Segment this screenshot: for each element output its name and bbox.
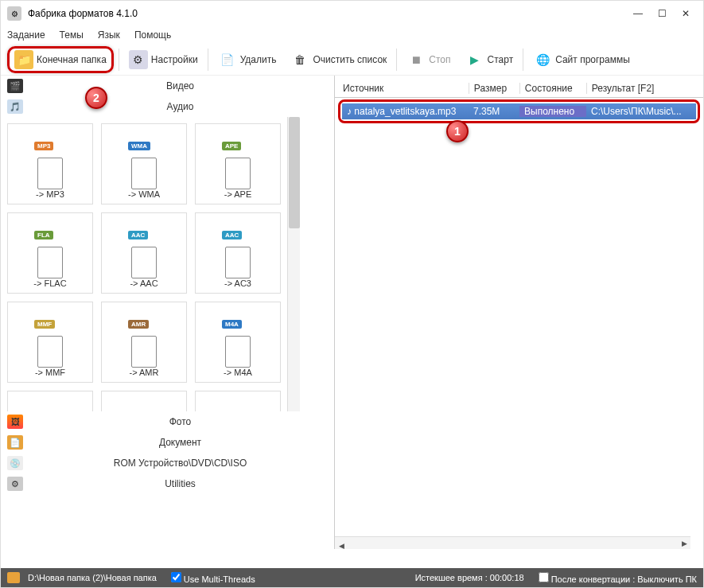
multithread-toggle[interactable]: Use Multi-Threads: [165, 572, 255, 584]
menu-task[interactable]: Задание: [7, 29, 45, 41]
clear-list-button[interactable]: 🗑 Очистить список: [286, 47, 391, 72]
maximize-button[interactable]: ☐: [651, 6, 673, 21]
format-cell-aac[interactable]: AAC-> AAC: [101, 212, 187, 294]
format-cell-mp3[interactable]: MP3-> MP3: [7, 123, 93, 204]
format-file-icon: AMR: [125, 320, 163, 368]
scrollbar-thumb[interactable]: [289, 117, 300, 228]
format-cell-aac[interactable]: AAC-> AC3: [195, 212, 281, 294]
main-area: 🎬 Видео 🎵 Аудио MP3-> MP3WMA-> WMAAPE-> …: [1, 76, 703, 549]
format-cell-wma[interactable]: WMA-> WMA: [101, 123, 187, 204]
separator: [396, 49, 397, 71]
window-title: Фабрика форматов 4.1.0: [28, 8, 138, 19]
audio-icon: 🎵: [7, 99, 23, 114]
format-label: -> APE: [224, 189, 252, 199]
format-label: -> AC3: [224, 278, 251, 288]
menu-help[interactable]: Помощь: [134, 29, 171, 41]
category-utilities-label: Utilities: [33, 478, 328, 489]
table-row-highlight: ♪ natalya_vetlitskaya.mp3 7.35M Выполнен…: [338, 99, 700, 123]
col-state[interactable]: Состояние: [520, 83, 587, 94]
toolbar: 📁 Конечная папка ⚙ Настройки 📄 Удалить 🗑…: [1, 44, 703, 76]
settings-button[interactable]: ⚙ Настройки: [124, 47, 203, 72]
minimize-button[interactable]: —: [627, 6, 649, 21]
play-icon: ▶: [465, 50, 484, 69]
annotation-badge-1: 1: [446, 120, 469, 142]
website-button[interactable]: 🌐 Сайт программы: [528, 47, 635, 72]
col-source[interactable]: Источник: [338, 83, 469, 94]
globe-icon: 🌐: [533, 50, 552, 69]
format-file-icon: AAC: [125, 231, 163, 278]
folder-icon[interactable]: [7, 572, 20, 583]
cell-source: ♪ natalya_vetlitskaya.mp3: [342, 106, 469, 117]
format-cell-m4r[interactable]: M4R: [7, 391, 93, 411]
format-cell-fla[interactable]: FLA-> FLAC: [7, 212, 93, 294]
table-body: 1 ◀ ▶: [335, 125, 703, 549]
scroll-right-arrow[interactable]: ▶: [678, 537, 690, 550]
category-utilities[interactable]: ⚙ Utilities: [1, 473, 334, 494]
website-label: Сайт программы: [555, 54, 630, 65]
format-cell-wav[interactable]: WAV: [195, 391, 281, 411]
table-row[interactable]: ♪ natalya_vetlitskaya.mp3 7.35M Выполнен…: [342, 103, 696, 119]
format-grid: MP3-> MP3WMA-> WMAAPE-> APEFLA-> FLACAAC…: [1, 117, 287, 411]
separator: [119, 49, 119, 71]
menu-lang[interactable]: Язык: [98, 29, 120, 41]
category-document[interactable]: 📄 Документ: [1, 432, 334, 453]
format-label: -> M4A: [224, 368, 252, 377]
format-label: -> MMF: [35, 368, 65, 377]
folder-icon: 📁: [14, 50, 33, 69]
status-path[interactable]: D:\Новая папка (2)\Новая папка: [28, 573, 157, 582]
menu-bar: Задание Темы Язык Помощь: [1, 26, 703, 44]
category-video[interactable]: 🎬 Видео: [1, 76, 334, 96]
format-file-icon: M4A: [219, 320, 257, 368]
delete-button[interactable]: 📄 Удалить: [213, 47, 282, 72]
format-file-icon: AAC: [219, 231, 257, 278]
format-file-icon: MMF: [31, 320, 69, 368]
separator: [208, 49, 208, 71]
format-cell-amr[interactable]: AMR-> AMR: [101, 302, 187, 383]
format-cell-m4a[interactable]: M4A-> M4A: [195, 302, 281, 383]
format-cell-mmf[interactable]: MMF-> MMF: [7, 302, 93, 383]
after-convert-checkbox[interactable]: [539, 572, 549, 582]
table-header: Источник Размер Состояние Результат [F2]: [335, 79, 703, 98]
format-file-icon: WMA: [125, 142, 163, 189]
clear-label: Очистить список: [313, 54, 387, 65]
app-icon: ⚙: [7, 6, 21, 21]
category-audio[interactable]: 🎵 Аудио: [1, 96, 334, 117]
category-rom[interactable]: 💿 ROM Устройство\DVD\CD\ISO: [1, 453, 334, 473]
delete-icon: 📄: [218, 50, 237, 69]
cell-state: Выполнено: [519, 106, 586, 117]
start-button[interactable]: ▶ Старт: [461, 47, 519, 72]
stop-label: Стоп: [429, 54, 450, 65]
document-icon: 📄: [7, 435, 23, 450]
category-audio-label: Аудио: [33, 101, 328, 112]
format-cell-ogg[interactable]: OGG: [101, 391, 187, 411]
status-bar: D:\Новая папка (2)\Новая папка Use Multi…: [1, 568, 703, 587]
format-label: -> FLAC: [33, 278, 66, 288]
format-cell-ape[interactable]: APE-> APE: [195, 123, 281, 204]
scroll-left-arrow[interactable]: ◀: [335, 539, 348, 552]
col-result[interactable]: Результат [F2]: [587, 83, 700, 94]
close-button[interactable]: ✕: [675, 6, 697, 21]
title-bar: ⚙ Фабрика форматов 4.1.0 — ☐ ✕: [1, 1, 703, 26]
output-folder-label: Конечная папка: [37, 54, 107, 65]
format-label: -> WMA: [128, 189, 160, 199]
start-label: Старт: [488, 54, 514, 65]
horizontal-scrollbar[interactable]: ◀ ▶: [335, 536, 690, 549]
category-photo[interactable]: 🖼 Фото: [1, 411, 334, 432]
utilities-icon: ⚙: [7, 477, 23, 491]
after-convert-toggle[interactable]: После конвертации : Выключить ПК: [532, 572, 697, 584]
col-size[interactable]: Размер: [469, 83, 520, 94]
stop-button[interactable]: ⏹ Стоп: [402, 47, 455, 72]
format-label: -> AMR: [130, 368, 159, 377]
cell-result: C:\Users\ПК\Music\...: [586, 106, 696, 117]
format-scrollbar[interactable]: [287, 117, 300, 411]
output-folder-button[interactable]: 📁 Конечная папка: [7, 46, 114, 73]
category-photo-label: Фото: [33, 416, 328, 427]
multithread-checkbox[interactable]: [171, 572, 181, 582]
photo-icon: 🖼: [7, 415, 23, 429]
format-file-icon: FLA: [31, 231, 69, 278]
menu-themes[interactable]: Темы: [60, 29, 84, 41]
category-document-label: Документ: [33, 437, 328, 448]
clear-icon: 🗑: [290, 50, 309, 69]
category-video-label: Видео: [33, 80, 328, 92]
separator: [523, 49, 523, 71]
